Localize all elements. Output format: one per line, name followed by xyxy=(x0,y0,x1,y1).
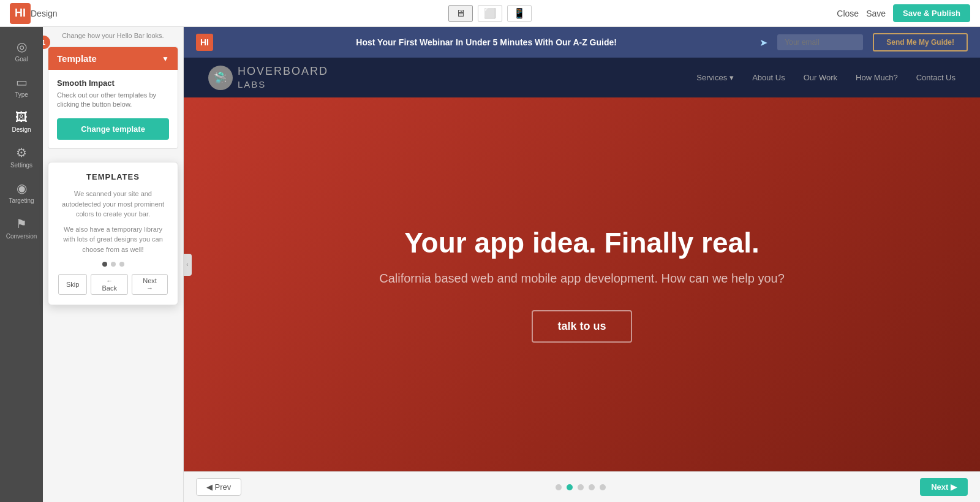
tooltip-dots xyxy=(58,262,168,267)
sidebar-item-goal[interactable]: ◎ Goal xyxy=(0,33,43,69)
nav-item-work[interactable]: Our Work xyxy=(804,73,837,82)
nav-item-contact[interactable]: Contact Us xyxy=(916,73,956,82)
logo-icon: 🛸 xyxy=(208,66,233,90)
nav-item-services[interactable]: Services ▾ xyxy=(696,73,734,82)
template-name: Smooth Impact xyxy=(57,78,169,88)
tooltip-back-button[interactable]: ← Back xyxy=(91,274,128,295)
save-button[interactable]: Save xyxy=(866,9,886,18)
site-hero: Your app idea. Finally real. California … xyxy=(184,97,980,471)
hero-cta-button[interactable]: talk to us xyxy=(532,310,631,343)
top-bar: HI Design 🖥 ⬜ 📱 Close Save Save & Publis… xyxy=(0,0,980,27)
change-template-button[interactable]: Change template xyxy=(57,118,169,140)
type-icon: ▭ xyxy=(16,75,28,89)
close-button[interactable]: Close xyxy=(837,9,859,18)
hero-title: Your app idea. Finally real. xyxy=(404,226,759,259)
tooltip-title: TEMPLATES xyxy=(58,172,168,181)
sidebar-item-targeting-label: Targeting xyxy=(9,197,34,204)
nav-item-price[interactable]: How Much? xyxy=(856,73,898,82)
save-publish-button[interactable]: Save & Publish xyxy=(893,4,970,22)
tooltip-text-1: We scanned your site and autodetected yo… xyxy=(58,189,168,219)
page-title: Design xyxy=(31,9,58,18)
hellobar-text: Host Your First Webinar In Under 5 Minut… xyxy=(223,37,750,47)
bottom-dot-2 xyxy=(567,484,573,490)
main-layout: ◎ Goal ▭ Type 🖼 Design ⚙ Settings ◉ Targ… xyxy=(0,27,980,502)
site-logo: 🛸 HOVERBOARDLABS xyxy=(208,65,328,91)
nav-item-about[interactable]: About Us xyxy=(752,73,785,82)
goal-icon: ◎ xyxy=(17,39,27,54)
template-header[interactable]: Template ▼ xyxy=(48,47,178,70)
prev-button[interactable]: ◀ Prev xyxy=(196,478,241,496)
hellobar-email-input[interactable] xyxy=(777,34,863,50)
sidebar-item-settings[interactable]: ⚙ Settings xyxy=(0,139,43,175)
bottom-dot-3 xyxy=(578,484,584,490)
chevron-down-icon: ▼ xyxy=(162,55,169,63)
bottom-dot-1 xyxy=(556,484,562,490)
design-icon: 🖼 xyxy=(15,110,28,124)
hellobar-preview: HI Host Your First Webinar In Under 5 Mi… xyxy=(184,27,980,58)
bottom-dot-4 xyxy=(589,484,595,490)
tooltip-skip-button[interactable]: Skip xyxy=(58,274,87,295)
template-body: Smooth Impact Check out our other templa… xyxy=(48,70,178,148)
settings-icon: ⚙ xyxy=(16,145,27,160)
tooltip-popup: TEMPLATES We scanned your site and autod… xyxy=(48,162,178,305)
sidebar-item-type-label: Type xyxy=(15,91,28,98)
tooltip-dot-1 xyxy=(102,262,107,267)
tooltip-actions: Skip ← Back Next → xyxy=(58,274,168,295)
top-bar-actions: Close Save Save & Publish xyxy=(837,4,970,22)
bottom-dot-5 xyxy=(600,484,606,490)
targeting-icon: ◉ xyxy=(17,181,27,196)
panel-subtitle: Change how your Hello Bar looks. xyxy=(43,27,183,42)
template-card: Template ▼ Smooth Impact Check out our o… xyxy=(48,47,178,149)
sidebar-item-design-label: Design xyxy=(12,126,31,133)
desktop-device-btn[interactable]: 🖥 xyxy=(448,5,473,22)
tooltip-dot-3 xyxy=(119,262,124,267)
tooltip-next-button[interactable]: Next → xyxy=(132,274,168,295)
sidebar-item-goal-label: Goal xyxy=(15,56,28,63)
sidebar-item-type[interactable]: ▭ Type xyxy=(0,69,43,104)
sidebar-item-conversion-label: Conversion xyxy=(6,233,37,240)
panel-area: Change how your Hello Bar looks. 1 Templ… xyxy=(43,27,184,502)
app-logo: HI xyxy=(10,3,31,24)
tablet-device-btn[interactable]: ⬜ xyxy=(478,5,502,22)
sidebar-item-design[interactable]: 🖼 Design xyxy=(0,104,43,139)
preview-area: HI Host Your First Webinar In Under 5 Mi… xyxy=(184,27,980,502)
conversion-icon: ⚑ xyxy=(16,216,27,231)
website-preview: 🛸 HOVERBOARDLABS Services ▾ About Us Our… xyxy=(184,58,980,471)
tooltip-dot-2 xyxy=(111,262,116,267)
mobile-device-btn[interactable]: 📱 xyxy=(507,5,532,22)
sidebar-item-conversion[interactable]: ⚑ Conversion xyxy=(0,210,43,246)
hero-subtitle: California based web and mobile app deve… xyxy=(379,272,785,286)
chevron-down-small-icon: ▾ xyxy=(729,73,734,82)
template-description: Check out our other templates by clickin… xyxy=(57,91,169,110)
device-switcher: 🖥 ⬜ 📱 xyxy=(448,5,532,22)
sidebar-item-targeting[interactable]: ◉ Targeting xyxy=(0,175,43,210)
hellobar-arrow-icon: ➤ xyxy=(760,37,767,48)
site-nav: 🛸 HOVERBOARDLABS Services ▾ About Us Our… xyxy=(184,58,980,97)
sidebar-item-settings-label: Settings xyxy=(10,162,32,169)
next-button[interactable]: Next ▶ xyxy=(920,478,968,496)
bottom-dots xyxy=(556,484,606,490)
logo-text: HOVERBOARDLABS xyxy=(238,65,328,91)
hellobar-logo: HI xyxy=(196,34,213,51)
template-header-label: Template xyxy=(57,53,97,64)
collapse-handle[interactable]: ‹ xyxy=(183,254,192,276)
left-sidebar: ◎ Goal ▭ Type 🖼 Design ⚙ Settings ◉ Targ… xyxy=(0,27,43,502)
tooltip-text-2: We also have a temporary library with lo… xyxy=(58,224,168,255)
bottom-bar: ◀ Prev Next ▶ xyxy=(184,471,980,502)
template-card-wrapper: 1 Template ▼ Smooth Impact Check out our… xyxy=(43,42,183,154)
hellobar-cta-button[interactable]: Send Me My Guide! xyxy=(873,33,968,51)
